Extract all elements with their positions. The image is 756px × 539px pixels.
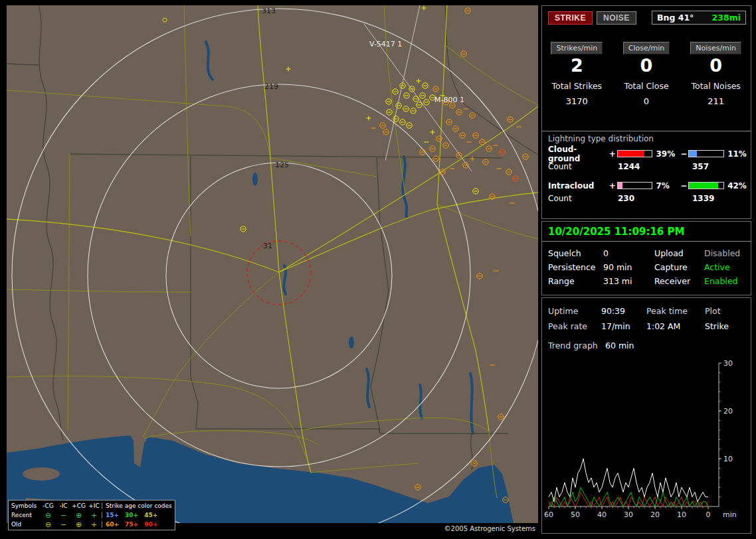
uptime-value: 90:39 bbox=[601, 306, 646, 316]
bearing-value: Bng 41° bbox=[657, 13, 694, 23]
legend-recent-label: Recent bbox=[10, 512, 41, 518]
cg-negative-pct: 11% bbox=[724, 149, 751, 159]
cg-negative-bar bbox=[688, 150, 724, 157]
storm-cell-label: M-800 1 bbox=[434, 96, 464, 104]
ic-negative-count: 1339 bbox=[692, 194, 714, 204]
range-value: 313 mi bbox=[603, 276, 654, 286]
total-noises-value: 211 bbox=[708, 96, 724, 106]
noises-per-min-button[interactable]: Noises/min bbox=[690, 42, 741, 54]
strike-stats-section: STRIKE NOISE Bng 41° 238mi Strikes/min 2… bbox=[541, 5, 751, 219]
distribution-title: Lightning type distribution bbox=[542, 131, 751, 145]
legend-col-header-cg-neg: -CG bbox=[41, 502, 56, 510]
trend-graph-duration: 60 min bbox=[605, 341, 634, 350]
peak-time-value: 1:02 AM bbox=[646, 321, 705, 331]
legend-symbol: ⊕ bbox=[71, 512, 86, 519]
legend-symbol: ⊖ bbox=[41, 521, 56, 528]
legend-col-header-cg-pos: +CG bbox=[71, 502, 86, 510]
ic-negative-bar bbox=[688, 182, 724, 189]
close-per-min-button[interactable]: Close/min bbox=[623, 42, 670, 54]
total-strikes-value: 3170 bbox=[566, 96, 588, 106]
range-receiver-row: Range 313 mi Receiver Enabled bbox=[548, 276, 747, 286]
svg-text:min: min bbox=[723, 510, 737, 519]
ring-label: 313 bbox=[262, 7, 276, 15]
plus-sign: + bbox=[608, 181, 617, 191]
peak-rate-label: Peak rate bbox=[548, 321, 601, 331]
svg-text:30: 30 bbox=[723, 359, 733, 368]
cg-positive-bar bbox=[617, 150, 653, 157]
legend-header-row: Symbols -CG -IC +CG +IC Strike age color… bbox=[10, 501, 173, 510]
receiver-label: Receiver bbox=[654, 276, 704, 286]
cg-positive-pct: 39% bbox=[652, 149, 679, 159]
setting-value2: Disabled bbox=[704, 248, 740, 258]
svg-text:30: 30 bbox=[624, 510, 633, 519]
legend-symbol: + bbox=[86, 512, 102, 519]
strikes-per-min-value: 2 bbox=[571, 56, 583, 76]
strikes-per-min-button[interactable]: Strikes/min bbox=[551, 42, 603, 54]
svg-text:20: 20 bbox=[650, 510, 660, 519]
intracloud-label: Intracloud bbox=[548, 181, 608, 191]
lightning-map[interactable]: 313 219 125 31 V-5417 1 M-800 1 ©2005 As… bbox=[7, 5, 538, 534]
minus-sign: − bbox=[679, 181, 688, 191]
strike-mode-button[interactable]: STRIKE bbox=[548, 11, 593, 25]
peak-rate-value: 17/min bbox=[601, 321, 646, 331]
intracloud-row: Intracloud + 7% − 42% bbox=[548, 180, 751, 191]
distance-value: 238mi bbox=[712, 13, 741, 23]
svg-text:40: 40 bbox=[597, 510, 607, 519]
datetime-display: 10/20/2025 11:09:16 PM bbox=[548, 226, 684, 238]
minus-bar-fill bbox=[689, 183, 718, 189]
persistence-capture-row: Persistence 90 min Capture Active bbox=[548, 262, 747, 272]
cg-negative-count: 357 bbox=[692, 162, 709, 172]
age-code: 30+ bbox=[125, 512, 138, 518]
lightning-type-distribution: Lightning type distribution Cloud-ground… bbox=[542, 131, 751, 204]
total-close-label: Total Close bbox=[624, 81, 668, 91]
svg-text:20: 20 bbox=[723, 407, 733, 416]
legend-symbol: ⊕ bbox=[71, 521, 86, 528]
cloud-ground-label: Cloud-ground bbox=[548, 145, 608, 163]
capture-label: Capture bbox=[654, 262, 704, 272]
age-code: 75+ bbox=[125, 521, 138, 528]
uptime-label: Uptime bbox=[548, 306, 601, 316]
legend-old-label: Old bbox=[10, 521, 41, 528]
legend-symbol: − bbox=[56, 521, 71, 528]
legend-recent-row: Recent ⊖−⊕+ 15+30+45+ bbox=[10, 510, 173, 520]
total-strikes-label: Total Strikes bbox=[552, 81, 603, 91]
divider bbox=[542, 241, 751, 242]
total-noises-label: Total Noises bbox=[692, 81, 741, 91]
legend-recent-symbols: ⊖−⊕+ bbox=[41, 512, 102, 519]
ring-label: 125 bbox=[275, 161, 289, 169]
persistence-label: Persistence bbox=[548, 262, 603, 272]
svg-text:10: 10 bbox=[677, 510, 686, 519]
setting-value2: Enabled bbox=[704, 276, 738, 286]
old-ages: 60+75+90+ bbox=[102, 521, 173, 528]
cg-positive-count: 1244 bbox=[618, 162, 692, 172]
close-per-min-value: 0 bbox=[640, 56, 653, 76]
trend-graph-svg: 1020306050403020100min bbox=[543, 354, 749, 521]
trend-graph: 1020306050403020100min bbox=[543, 354, 749, 524]
legend-col-header-ic-neg: -IC bbox=[56, 502, 71, 510]
legend-col-header-ic-pos: +IC bbox=[86, 502, 102, 510]
status-row-2: Peak rate 17/min 1:02 AM Strike bbox=[548, 321, 747, 331]
svg-text:10: 10 bbox=[723, 455, 733, 463]
ring-label: 31 bbox=[263, 242, 272, 250]
status-row-1: Uptime 90:39 Peak time Plot bbox=[548, 306, 747, 316]
ic-positive-count: 230 bbox=[618, 194, 692, 204]
minus-sign: − bbox=[679, 149, 688, 159]
legend-old-row: Old ⊖−⊕+ 60+75+90+ bbox=[10, 520, 173, 529]
ic-negative-pct: 42% bbox=[724, 181, 751, 191]
peak-time-label: Peak time bbox=[646, 306, 705, 316]
upload-label: Upload bbox=[654, 248, 704, 258]
close-per-min-column: Close/min 0 Total Close 0 bbox=[612, 42, 682, 106]
storm-cell-label: V-5417 1 bbox=[369, 40, 402, 48]
cloud-ground-count-row: Count 1244 357 bbox=[548, 162, 751, 172]
svg-text:0: 0 bbox=[706, 510, 711, 519]
svg-text:60: 60 bbox=[544, 510, 553, 519]
setting-value2: Active bbox=[704, 262, 730, 272]
plus-sign: + bbox=[608, 149, 617, 159]
count-label: Count bbox=[548, 162, 618, 172]
noise-mode-button[interactable]: NOISE bbox=[597, 11, 636, 25]
total-close-value: 0 bbox=[644, 96, 649, 106]
ring-label: 219 bbox=[264, 82, 278, 91]
legend-old-symbols: ⊖−⊕+ bbox=[41, 521, 102, 528]
range-label: Range bbox=[548, 276, 603, 286]
map-legend: Symbols -CG -IC +CG +IC Strike age color… bbox=[8, 500, 175, 530]
